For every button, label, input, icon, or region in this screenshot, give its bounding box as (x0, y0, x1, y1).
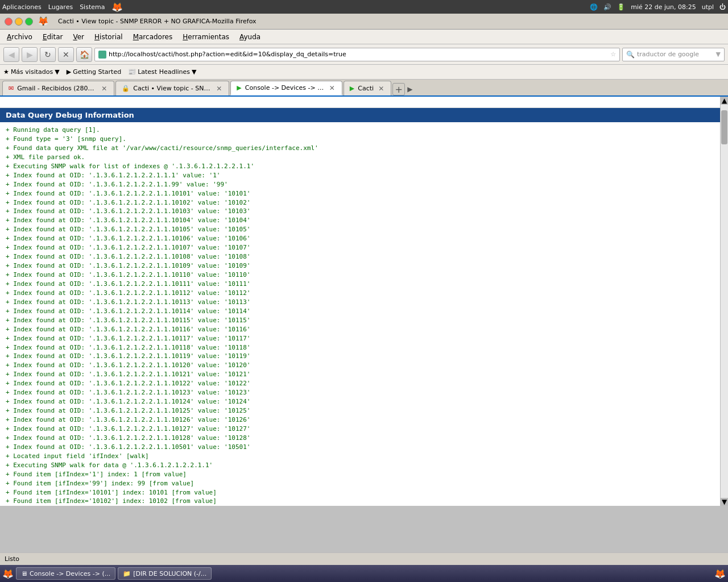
tab-add-button[interactable]: + (392, 83, 405, 95)
datetime-display: mié 22 de jun, 08:25 (631, 3, 696, 11)
address-star-icon[interactable]: ☆ (610, 51, 616, 58)
minimize-button[interactable] (15, 18, 23, 26)
bookmark-label-2: Getting Started (73, 68, 121, 76)
menu-archivo[interactable]: Archivo (2, 32, 37, 42)
debug-line: + Index found at OID: '.1.3.6.1.2.1.2.2.… (6, 316, 722, 325)
scroll-thumb[interactable] (721, 110, 727, 144)
tab-close-console[interactable]: ✕ (328, 84, 336, 92)
stop-button[interactable]: ✕ (58, 47, 74, 62)
debug-line: + Running data query [1]. (6, 126, 722, 135)
scroll-track[interactable] (721, 105, 728, 498)
bookmark-icon-1: ★ (3, 68, 9, 76)
tab-label-console: Console -> Devices -> (Edit) (245, 84, 325, 92)
tab-label-gmail: Gmail - Recibidos (2800) - ... (17, 85, 97, 92)
firefox-title-icon: 🦊 (38, 16, 49, 27)
search-bar[interactable]: 🔍 traductor de google ▼ (622, 48, 725, 61)
bookmark-icon-3: 📰 (128, 68, 136, 76)
debug-line: + Index found at OID: '.1.3.6.1.2.1.2.2.… (6, 198, 722, 207)
debug-line: + Index found at OID: '.1.3.6.1.2.1.2.2.… (6, 388, 722, 397)
tab-close-cacti-topic[interactable]: ✕ (215, 85, 223, 93)
bookmark-label-1: Más visitados (11, 68, 53, 76)
tab-cacti-topic[interactable]: 🔒 Cacti • View topic - SNMP ... ✕ (115, 81, 229, 95)
debug-line: + Index found at OID: '.1.3.6.1.2.1.2.2.… (6, 415, 722, 425)
debug-line: + Index found at OID: '.1.3.6.1.2.1.2.2.… (6, 406, 722, 415)
battery-icon: 🔋 (617, 3, 625, 11)
bookmark-item-1[interactable]: ★ Más visitados ▼ (3, 68, 60, 76)
places-menu[interactable]: Lugares (48, 3, 73, 11)
bookmark-item-2[interactable]: ▶ Getting Started (67, 68, 122, 76)
bookmark-arrow-1[interactable]: ▼ (55, 68, 59, 76)
tab-gmail[interactable]: ✉ Gmail - Recibidos (2800) - ... ✕ (2, 81, 114, 95)
bookmark-icon-2: ▶ (67, 68, 71, 76)
menu-marcadores[interactable]: Marcadores (129, 32, 177, 42)
debug-line: + Index found at OID: '.1.3.6.1.2.1.2.2.… (6, 361, 722, 370)
menu-ver[interactable]: Ver (68, 32, 89, 42)
debug-line: + Index found at OID: '.1.3.6.1.2.1.2.2.… (6, 289, 722, 298)
debug-line: + Index found at OID: '.1.3.6.1.2.1.2.2.… (6, 434, 722, 443)
system-menu[interactable]: Sistema (80, 3, 105, 11)
debug-line: + Index found at OID: '.1.3.6.1.2.1.2.2.… (6, 180, 722, 189)
debug-line: + Found data query XML file at '/var/www… (6, 144, 722, 153)
debug-section: Data Query Debug Information + Running d… (0, 108, 728, 506)
menu-historial[interactable]: Historial (90, 32, 127, 42)
debug-line: + XML file parsed ok. (6, 153, 722, 162)
debug-line: + Index found at OID: '.1.3.6.1.2.1.2.2.… (6, 207, 722, 216)
debug-line: + Index found at OID: '.1.3.6.1.2.1.2.2.… (6, 370, 722, 379)
address-bar[interactable]: http://localhost/cacti/host.php?action=e… (94, 48, 620, 61)
debug-line: + Found type = '3' [snmp query]. (6, 135, 722, 144)
menu-bar: Archivo Editar Ver Historial Marcadores … (0, 30, 728, 44)
debug-line: + Index found at OID: '.1.3.6.1.2.1.2.2.… (6, 171, 722, 180)
search-dropdown-icon[interactable]: ▼ (716, 51, 721, 58)
address-text: http://localhost/cacti/host.php?action=e… (109, 51, 608, 58)
maximize-button[interactable] (25, 18, 33, 26)
reload-button[interactable]: ↻ (40, 47, 56, 62)
forward-button[interactable]: ▶ (22, 47, 38, 62)
scroll-up-button[interactable]: ▲ (721, 97, 728, 105)
top-filler (0, 97, 728, 108)
close-button[interactable] (5, 18, 13, 26)
menu-ayuda[interactable]: Ayuda (235, 32, 265, 42)
system-bar: Aplicaciones Lugares Sistema 🦊 🌐 🔊 🔋 mié… (0, 0, 728, 14)
tab-label-cacti: Cacti (358, 85, 374, 92)
tab-close-gmail[interactable]: ✕ (100, 85, 108, 93)
debug-header: Data Query Debug Information (0, 108, 728, 122)
vertical-scrollbar[interactable]: ▲ ▼ (720, 97, 728, 506)
debug-line: + Found item [ifIndex='99'] index: 99 [f… (6, 479, 722, 488)
debug-line: + Index found at OID: '.1.3.6.1.2.1.2.2.… (6, 225, 722, 234)
tab-cacti[interactable]: ▶ Cacti ✕ (344, 81, 391, 95)
debug-line: + Index found at OID: '.1.3.6.1.2.1.2.2.… (6, 325, 722, 334)
debug-content: + Running data query [1].+ Found type = … (0, 122, 728, 506)
window-title: Cacti • View topic - SNMP ERROR + NO GRA… (58, 18, 257, 25)
debug-line: + Index found at OID: '.1.3.6.1.2.1.2.2.… (6, 397, 722, 406)
page-content: Data Query Debug Information + Running d… (0, 97, 728, 506)
tab-console-devices[interactable]: ▶ Console -> Devices -> (Edit) ✕ (230, 81, 342, 95)
menu-editar[interactable]: Editar (38, 32, 68, 42)
tab-scroll-right[interactable]: ▶ (405, 83, 415, 95)
menu-herramientas[interactable]: Herramientas (178, 32, 234, 42)
home-button[interactable]: 🏠 (76, 47, 92, 62)
debug-line: + Index found at OID: '.1.3.6.1.2.1.2.2.… (6, 334, 722, 343)
debug-line: + Index found at OID: '.1.3.6.1.2.1.2.2.… (6, 379, 722, 388)
back-button[interactable]: ◀ (3, 47, 19, 62)
debug-line: + Index found at OID: '.1.3.6.1.2.1.2.2.… (6, 298, 722, 307)
apps-menu[interactable]: Aplicaciones (2, 3, 42, 11)
scroll-down-button[interactable]: ▼ (721, 498, 728, 506)
debug-line: + Index found at OID: '.1.3.6.1.2.1.2.2.… (6, 252, 722, 261)
debug-line: + Index found at OID: '.1.3.6.1.2.1.2.2.… (6, 261, 722, 271)
debug-line: + Index found at OID: '.1.3.6.1.2.1.2.2.… (6, 307, 722, 316)
debug-line: + Index found at OID: '.1.3.6.1.2.1.2.2.… (6, 234, 722, 243)
firefox-icon: 🦊 (111, 2, 123, 13)
debug-line: + Found item [ifIndex='1'] index: 1 [fro… (6, 470, 722, 479)
bookmark-arrow-3[interactable]: ▼ (192, 68, 196, 76)
debug-line: + Index found at OID: '.1.3.6.1.2.1.2.2.… (6, 216, 722, 225)
debug-line: + Executing SNMP walk for data @ '.1.3.6… (6, 461, 722, 470)
debug-line: + Found item [ifIndex='10102'] index: 10… (6, 497, 722, 506)
debug-line: + Index found at OID: '.1.3.6.1.2.1.2.2.… (6, 189, 722, 198)
debug-line: + Index found at OID: '.1.3.6.1.2.1.2.2.… (6, 280, 722, 289)
debug-line: + Index found at OID: '.1.3.6.1.2.1.2.2.… (6, 443, 722, 452)
window-controls[interactable] (5, 18, 33, 26)
tab-close-cacti[interactable]: ✕ (377, 85, 385, 93)
bookmark-item-3[interactable]: 📰 Latest Headlines ▼ (128, 68, 196, 76)
bookmarks-bar: ★ Más visitados ▼ ▶ Getting Started 📰 La… (0, 65, 728, 80)
power-icon[interactable]: ⏻ (719, 3, 726, 11)
